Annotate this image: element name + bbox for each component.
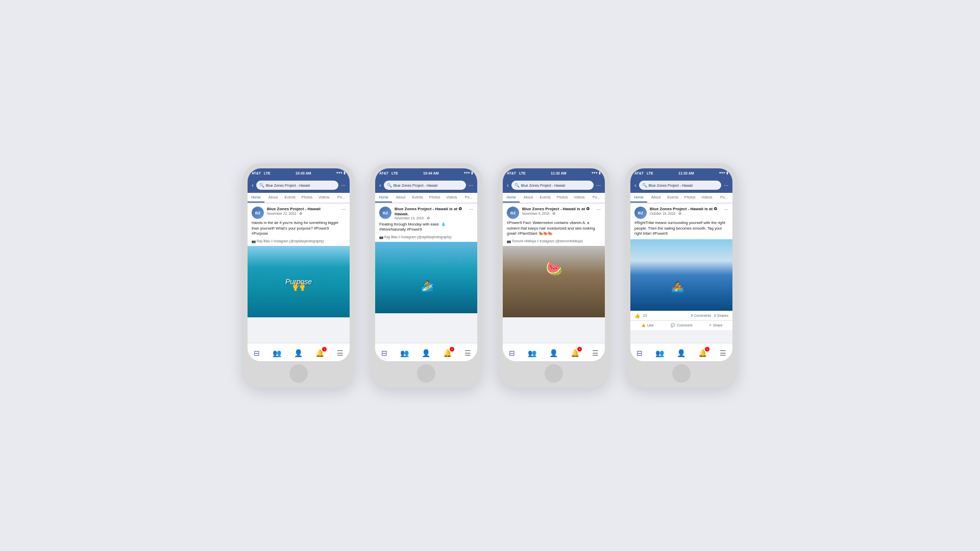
share-icon: ↗ xyxy=(708,323,712,328)
avatar[interactable]: BZ xyxy=(252,207,264,219)
share-button[interactable]: ↗Share xyxy=(698,322,732,329)
more-button[interactable]: ··· xyxy=(596,182,601,188)
status-carrier: AT&T LTE xyxy=(252,171,271,175)
reactions-bar: 👍 22 9 Comments 8 Shares xyxy=(630,311,732,320)
menu-icon[interactable]: ☰ xyxy=(337,349,344,357)
page-name: Blue Zones Project - Hawaii xyxy=(521,184,565,187)
notifications-icon[interactable]: 🔔1 xyxy=(698,349,707,357)
notifications-icon[interactable]: 🔔1 xyxy=(315,349,324,357)
more-button[interactable]: ··· xyxy=(469,182,473,188)
tab-po...[interactable]: Po... xyxy=(716,193,732,203)
post-text: Hands in the air if you're living for so… xyxy=(248,220,350,239)
tab-home[interactable]: Home xyxy=(248,193,264,203)
tab-po...[interactable]: Po... xyxy=(588,193,605,203)
search-icon: 🔍 xyxy=(514,183,520,188)
notifications-icon[interactable]: 🔔1 xyxy=(571,349,579,357)
back-button[interactable]: ‹ xyxy=(634,182,636,188)
profile-icon[interactable]: 👤 xyxy=(549,349,558,357)
tab-videos[interactable]: Videos xyxy=(571,193,587,203)
tab-home[interactable]: Home xyxy=(630,193,647,203)
home-button[interactable] xyxy=(417,364,435,383)
profile-icon[interactable]: 👤 xyxy=(677,349,685,357)
post-image: 🙌Purpose xyxy=(248,246,350,317)
avatar[interactable]: BZ xyxy=(379,207,391,219)
friends-icon[interactable]: 👥 xyxy=(655,349,664,357)
avatar[interactable]: BZ xyxy=(507,207,519,219)
post-date: November 22, 2016 · ♻ xyxy=(267,212,338,216)
avatar[interactable]: BZ xyxy=(634,207,647,219)
post-more-button[interactable]: ··· xyxy=(724,207,728,212)
tab-photos[interactable]: Photos xyxy=(554,193,571,203)
tab-bar: HomeAboutEventsPhotosVideosPo... xyxy=(375,193,477,204)
home-button[interactable] xyxy=(545,364,563,383)
tab-photos[interactable]: Photos xyxy=(681,193,698,203)
profile-icon[interactable]: 👤 xyxy=(422,349,430,357)
search-bar[interactable]: 🔍 Blue Zones Project - Hawaii xyxy=(256,181,338,190)
menu-icon[interactable]: ☰ xyxy=(592,349,599,357)
tab-videos[interactable]: Videos xyxy=(698,193,715,203)
back-button[interactable]: ‹ xyxy=(252,182,254,188)
tab-about[interactable]: About xyxy=(392,193,409,203)
tab-events[interactable]: Events xyxy=(282,193,299,203)
post-more-button[interactable]: ··· xyxy=(597,207,601,212)
post-author: Blue Zones Project - Hawaii is at ♻ xyxy=(522,207,594,212)
home-button[interactable] xyxy=(289,364,308,383)
post-credit: 📷 Tomomi Hibikiya // Instagram (@tomomih… xyxy=(503,239,605,246)
post-meta: Blue Zones Project - Hawaii is at ♻ Hawa… xyxy=(395,207,466,220)
post-text: #RightTribe means surrounding yourself w… xyxy=(630,220,732,239)
tab-events[interactable]: Events xyxy=(537,193,554,203)
tab-po...[interactable]: Po... xyxy=(333,193,350,203)
back-button[interactable]: ‹ xyxy=(379,182,381,188)
more-button[interactable]: ··· xyxy=(724,182,728,188)
status-carrier: AT&T LTE xyxy=(379,171,398,175)
bottom-nav: ⊟👥👤🔔1☰ xyxy=(248,343,350,361)
like-button[interactable]: 👍Like xyxy=(630,322,665,329)
post-more-button[interactable]: ··· xyxy=(469,207,473,212)
search-bar[interactable]: 🔍 Blue Zones Project - Hawaii xyxy=(384,181,466,190)
search-icon: 🔍 xyxy=(642,183,647,188)
tab-about[interactable]: About xyxy=(647,193,664,203)
battery-icon: ▮ xyxy=(471,171,473,175)
post-more-button[interactable]: ··· xyxy=(341,207,346,212)
back-button[interactable]: ‹ xyxy=(507,182,509,188)
home-icon[interactable]: ⊟ xyxy=(509,349,515,357)
fb-nav: ‹ 🔍 Blue Zones Project - Hawaii ··· xyxy=(375,178,477,193)
friends-icon[interactable]: 👥 xyxy=(528,349,536,357)
status-right: ▾▾▾ ▮ xyxy=(719,171,728,175)
tab-videos[interactable]: Videos xyxy=(315,193,332,203)
fb-nav: ‹ 🔍 Blue Zones Project - Hawaii ··· xyxy=(503,178,605,193)
friends-icon[interactable]: 👥 xyxy=(400,349,409,357)
post-image: 🏄 xyxy=(375,242,477,313)
friends-icon[interactable]: 👥 xyxy=(273,349,281,357)
status-time: 10:43 AM xyxy=(296,171,311,175)
comment-button[interactable]: 💬Comment xyxy=(665,322,699,329)
post-credit: 📷 Ray Blas // Instagram (@rayblasphotogr… xyxy=(375,235,477,242)
home-button[interactable] xyxy=(672,364,691,383)
more-button[interactable]: ··· xyxy=(341,182,346,188)
tab-photos[interactable]: Photos xyxy=(299,193,315,203)
tab-photos[interactable]: Photos xyxy=(426,193,443,203)
post-text: Floating through Monday with ease. 💧 #Mo… xyxy=(375,222,477,235)
fb-nav: ‹ 🔍 Blue Zones Project - Hawaii ··· xyxy=(248,178,350,193)
post-author: Blue Zones Project - Hawaii is at ♻ xyxy=(650,207,721,212)
profile-icon[interactable]: 👤 xyxy=(294,349,303,357)
tab-home[interactable]: Home xyxy=(375,193,392,203)
menu-icon[interactable]: ☰ xyxy=(464,349,471,357)
kayak-figure: 🚣 xyxy=(671,281,684,293)
tab-about[interactable]: About xyxy=(520,193,536,203)
tab-about[interactable]: About xyxy=(264,193,281,203)
tab-home[interactable]: Home xyxy=(503,193,520,203)
home-icon[interactable]: ⊟ xyxy=(636,349,643,357)
tab-events[interactable]: Events xyxy=(665,193,681,203)
page-name: Blue Zones Project - Hawaii xyxy=(266,184,310,187)
search-bar[interactable]: 🔍 Blue Zones Project - Hawaii xyxy=(639,181,721,190)
post-card: BZ Blue Zones Project - Hawaii is at ♻ H… xyxy=(375,204,477,313)
home-icon[interactable]: ⊟ xyxy=(381,349,387,357)
tab-events[interactable]: Events xyxy=(409,193,426,203)
tab-videos[interactable]: Videos xyxy=(443,193,460,203)
search-bar[interactable]: 🔍 Blue Zones Project - Hawaii xyxy=(511,181,594,190)
tab-po...[interactable]: Po... xyxy=(460,193,477,203)
home-icon[interactable]: ⊟ xyxy=(254,349,260,357)
notifications-icon[interactable]: 🔔1 xyxy=(443,349,452,357)
menu-icon[interactable]: ☰ xyxy=(720,349,726,357)
